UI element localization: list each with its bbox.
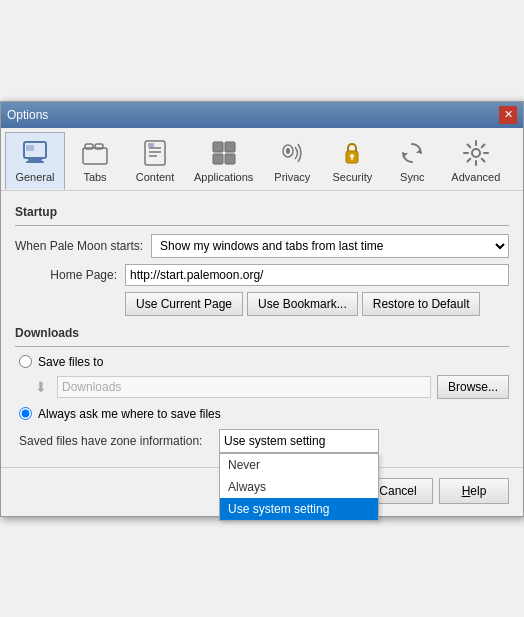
security-icon: [336, 137, 368, 169]
homepage-label: Home Page:: [15, 268, 125, 282]
svg-rect-15: [225, 154, 235, 164]
zone-label: Saved files have zone information:: [19, 434, 219, 448]
startup-when-label: When Pale Moon starts:: [15, 239, 151, 253]
save-files-radio[interactable]: [19, 355, 32, 368]
advanced-icon: [460, 137, 492, 169]
svg-marker-22: [403, 153, 408, 158]
startup-when-row: When Pale Moon starts: Show my windows a…: [15, 234, 509, 258]
tab-advanced-label: Advanced: [451, 171, 500, 183]
download-path-text: Downloads: [62, 380, 121, 394]
tab-tabs-label: Tabs: [83, 171, 106, 183]
tab-security[interactable]: Security: [322, 132, 382, 190]
window-title: Options: [7, 108, 48, 122]
tab-applications-label: Applications: [194, 171, 253, 183]
browse-button[interactable]: Browse...: [437, 375, 509, 399]
homepage-input[interactable]: http://start.palemoon.org/: [125, 264, 509, 286]
svg-rect-13: [225, 142, 235, 152]
sync-icon: [396, 137, 428, 169]
save-files-label: Save files to: [38, 355, 103, 369]
options-window: Options ✕ General: [0, 101, 524, 517]
tab-general[interactable]: General: [5, 132, 65, 190]
svg-rect-1: [28, 158, 42, 161]
zone-select[interactable]: Never Always Use system setting: [219, 429, 379, 453]
download-arrow-icon: ⬇: [35, 379, 47, 395]
homepage-row: Home Page: http://start.palemoon.org/: [15, 264, 509, 286]
always-ask-label: Always ask me where to save files: [38, 407, 221, 421]
svg-rect-2: [26, 161, 44, 163]
svg-rect-3: [26, 145, 34, 151]
tab-tabs[interactable]: Tabs: [65, 132, 125, 190]
save-files-row: Save files to: [15, 355, 509, 369]
use-bookmark-button[interactable]: Use Bookmark...: [247, 292, 358, 316]
tab-advanced[interactable]: Advanced: [442, 132, 509, 190]
always-ask-radio[interactable]: [19, 407, 32, 420]
main-content: Startup When Pale Moon starts: Show my w…: [1, 191, 523, 467]
tabs-icon: [79, 137, 111, 169]
startup-when-group: Show my windows and tabs from last time …: [151, 234, 509, 258]
svg-rect-14: [213, 154, 223, 164]
downloads-section-label: Downloads: [15, 326, 509, 340]
tab-applications[interactable]: Applications: [185, 132, 262, 190]
applications-icon: [208, 137, 240, 169]
titlebar: Options ✕: [1, 102, 523, 128]
svg-rect-11: [148, 143, 154, 147]
startup-when-select[interactable]: Show my windows and tabs from last time …: [151, 234, 509, 258]
zone-select-container: Never Always Use system setting Never Al…: [219, 429, 379, 453]
download-path-row: ⬇ Downloads Browse...: [15, 375, 509, 399]
zone-option-system[interactable]: Use system setting: [220, 498, 378, 520]
close-button[interactable]: ✕: [499, 106, 517, 124]
svg-point-23: [472, 149, 480, 157]
downloads-section: Downloads Save files to ⬇ Downloads Brow…: [15, 326, 509, 453]
startup-section-label: Startup: [15, 205, 509, 219]
zone-dropdown-menu: Never Always Use system setting: [219, 453, 379, 521]
tab-sync-label: Sync: [400, 171, 424, 183]
tab-privacy[interactable]: Privacy: [262, 132, 322, 190]
svg-rect-4: [83, 148, 107, 164]
homepage-group: http://start.palemoon.org/: [125, 264, 509, 286]
svg-marker-21: [416, 148, 421, 153]
svg-point-19: [350, 154, 354, 158]
zone-option-always[interactable]: Always: [220, 476, 378, 498]
tab-general-label: General: [15, 171, 54, 183]
homepage-buttons-row: Use Current Page Use Bookmark... Restore…: [15, 292, 509, 316]
zone-option-never[interactable]: Never: [220, 454, 378, 476]
use-current-button[interactable]: Use Current Page: [125, 292, 243, 316]
svg-rect-6: [95, 144, 103, 149]
zone-row: Saved files have zone information: Never…: [15, 429, 509, 453]
always-ask-row: Always ask me where to save files: [15, 407, 509, 421]
download-path-input: Downloads: [57, 376, 431, 398]
svg-rect-5: [85, 144, 93, 149]
downloads-divider: [15, 346, 509, 347]
restore-default-button[interactable]: Restore to Default: [362, 292, 481, 316]
tab-sync[interactable]: Sync: [382, 132, 442, 190]
startup-divider: [15, 225, 509, 226]
general-icon: [19, 137, 51, 169]
toolbar: General Tabs Con: [1, 128, 523, 191]
svg-rect-12: [213, 142, 223, 152]
tab-privacy-label: Privacy: [274, 171, 310, 183]
privacy-icon: [276, 137, 308, 169]
help-button[interactable]: Help: [439, 478, 509, 504]
tab-security-label: Security: [332, 171, 372, 183]
svg-point-17: [286, 148, 290, 154]
tab-content-label: Content: [136, 171, 175, 183]
tab-content[interactable]: Content: [125, 132, 185, 190]
content-icon: [139, 137, 171, 169]
